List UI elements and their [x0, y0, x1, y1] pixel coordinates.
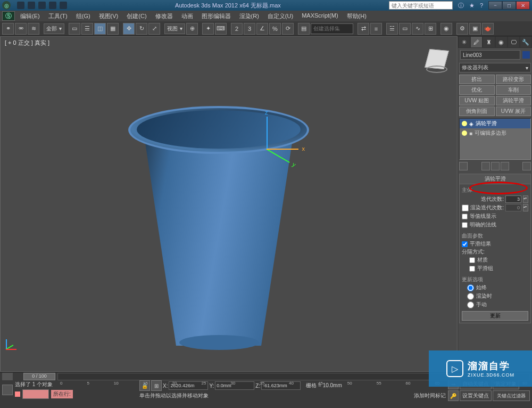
setkey-button[interactable]: 设置关键点	[460, 390, 492, 401]
select-tool-icon[interactable]: ▭	[69, 23, 80, 35]
app-menu-button[interactable]: Ⓢ	[2, 11, 15, 21]
rotate-tool-icon[interactable]: ↻	[136, 23, 147, 35]
utilities-tab-icon[interactable]: 🔧	[520, 36, 532, 48]
menu-item[interactable]: 渲染(R)	[235, 11, 263, 21]
make-unique-icon[interactable]	[491, 162, 500, 170]
selection-filter-dropdown[interactable]: 全部	[44, 23, 64, 34]
show-end-result-icon[interactable]	[481, 162, 490, 170]
modifier-preset-button[interactable]: 车削	[496, 85, 531, 95]
setkey-icon[interactable]: 🔑	[448, 390, 459, 401]
viewport-label[interactable]: [ + 0 正交 ] 真实 ]	[5, 39, 49, 47]
configure-sets-icon[interactable]	[522, 162, 531, 170]
modifier-preset-button[interactable]: 路径变形	[496, 75, 531, 84]
percent-snap-icon[interactable]: %	[269, 23, 281, 35]
qat-btn[interactable]	[28, 2, 35, 9]
scale-tool-icon[interactable]: ⤢	[148, 23, 160, 35]
infocenter-icon[interactable]: ⓘ	[458, 2, 464, 10]
explicit-normals-checkbox[interactable]	[462, 222, 468, 228]
menu-item[interactable]: MAXScript(M)	[297, 11, 342, 21]
bind-spacewarp-icon[interactable]: ≋	[28, 23, 39, 35]
help-search-input[interactable]	[389, 1, 453, 10]
modify-tab-icon[interactable]: 🖉	[470, 36, 483, 48]
qat-btn[interactable]	[17, 2, 24, 9]
keyboard-shortcut-icon[interactable]: ⌨	[215, 23, 227, 35]
refcoord-dropdown[interactable]: 视图	[164, 23, 185, 34]
angle-snap-icon[interactable]: ∠	[256, 23, 268, 35]
sep-smoothgroup-checkbox[interactable]	[469, 266, 475, 272]
schematic-view-icon[interactable]: ⊞	[425, 23, 436, 35]
hierarchy-tab-icon[interactable]: ♜	[483, 36, 495, 48]
update-button[interactable]: 更新	[462, 311, 528, 321]
spinner-snap-icon[interactable]: ⟳	[282, 23, 294, 35]
viewcube[interactable]	[424, 47, 450, 73]
iterations-spinner[interactable]	[505, 195, 521, 203]
keyfilter-button[interactable]: 关键点过滤器	[493, 390, 530, 401]
close-button[interactable]: ✕	[516, 1, 530, 10]
motion-tab-icon[interactable]: ◉	[495, 36, 508, 48]
render-iters-checkbox[interactable]	[462, 205, 469, 211]
update-manual-radio[interactable]	[467, 301, 474, 308]
sep-material-checkbox[interactable]	[469, 257, 475, 263]
object-color-swatch[interactable]	[522, 51, 530, 59]
stack-bulb-icon[interactable]	[462, 130, 467, 136]
menu-item[interactable]: 组(G)	[72, 11, 95, 21]
menu-item[interactable]: 动画	[177, 11, 197, 21]
menu-item[interactable]: 修改器	[151, 11, 177, 21]
render-iters-spin-buttons[interactable]: ▴▾	[523, 204, 528, 211]
scene-object-cup[interactable]	[123, 101, 314, 351]
minimize-button[interactable]: －	[488, 1, 502, 10]
selection-set-dropdown[interactable]	[22, 389, 49, 399]
viewcube-ring-icon[interactable]	[426, 66, 447, 73]
menu-item[interactable]: 工具(T)	[44, 11, 72, 21]
qat-btn[interactable]	[49, 2, 56, 9]
add-time-tag-label[interactable]: 添加时间标记	[414, 392, 446, 399]
menu-item[interactable]: 图形编辑器	[197, 11, 235, 21]
object-name-field[interactable]: Line003	[460, 50, 520, 60]
help-icon[interactable]: ?	[480, 2, 483, 9]
timeline-toggle-icon[interactable]	[2, 373, 13, 380]
modifier-preset-button[interactable]: 倒角剖面	[459, 107, 495, 116]
snap-2d-icon[interactable]: 2	[231, 23, 243, 35]
curve-editor-icon[interactable]: ∿	[412, 23, 423, 35]
modifier-stack[interactable]: ◈涡轮平滑■可编辑多边形	[459, 118, 531, 160]
window-crossing-icon[interactable]: ▦	[107, 23, 119, 35]
mirror-icon[interactable]: ⇄	[358, 23, 369, 35]
menu-item[interactable]: 帮助(H)	[343, 11, 371, 21]
star-icon[interactable]: ★	[469, 2, 475, 9]
qat-btn[interactable]	[38, 2, 46, 9]
iterations-spin-buttons[interactable]: ▴▾	[523, 195, 528, 203]
gizmo-z-axis[interactable]	[267, 117, 268, 149]
modifier-stack-item[interactable]: ■可编辑多边形	[460, 128, 530, 138]
modifier-stack-item[interactable]: ◈涡轮平滑	[460, 119, 530, 128]
menu-item[interactable]: 自定义(U)	[263, 11, 297, 21]
select-name-icon[interactable]: ☰	[81, 23, 93, 35]
qat-btn[interactable]	[60, 2, 67, 9]
pin-stack-icon[interactable]	[459, 162, 468, 170]
named-selset-input[interactable]	[311, 23, 353, 34]
unlink-tool-icon[interactable]: ⚮	[15, 23, 27, 35]
select-region-icon[interactable]: ◫	[94, 23, 106, 35]
menu-item[interactable]: 视图(V)	[95, 11, 123, 21]
render-production-icon[interactable]: 🫖	[482, 23, 494, 35]
manipulate-icon[interactable]: ✦	[202, 23, 214, 35]
menu-item[interactable]: 编辑(E)	[16, 11, 44, 21]
align-icon[interactable]: ≡	[370, 23, 382, 35]
move-tool-icon[interactable]: ✥	[123, 23, 135, 35]
pivot-center-icon[interactable]: ⊕	[186, 23, 198, 35]
smooth-result-checkbox[interactable]	[462, 241, 468, 247]
modifier-preset-button[interactable]: 涡轮平滑	[496, 96, 531, 105]
display-tab-icon[interactable]: 🖵	[508, 36, 520, 48]
rendered-frame-icon[interactable]: ▣	[469, 23, 481, 35]
render-setup-icon[interactable]: ⚙	[456, 23, 468, 35]
graphite-tools-icon[interactable]: ▭	[399, 23, 411, 35]
script-listener-icon[interactable]	[2, 385, 13, 395]
modifier-preset-button[interactable]: UVW 贴图	[459, 96, 495, 105]
update-always-radio[interactable]	[467, 284, 474, 291]
rollout-header[interactable]: 涡轮平滑	[460, 174, 530, 184]
create-tab-icon[interactable]: ✳	[458, 36, 470, 48]
stack-bulb-icon[interactable]	[462, 121, 467, 126]
layer-manager-icon[interactable]: ☱	[386, 23, 398, 35]
viewport[interactable]: [ + 0 正交 ] 真实 ]	[0, 36, 458, 372]
update-render-radio[interactable]	[467, 293, 474, 300]
modifier-preset-button[interactable]: 优化	[459, 85, 495, 95]
